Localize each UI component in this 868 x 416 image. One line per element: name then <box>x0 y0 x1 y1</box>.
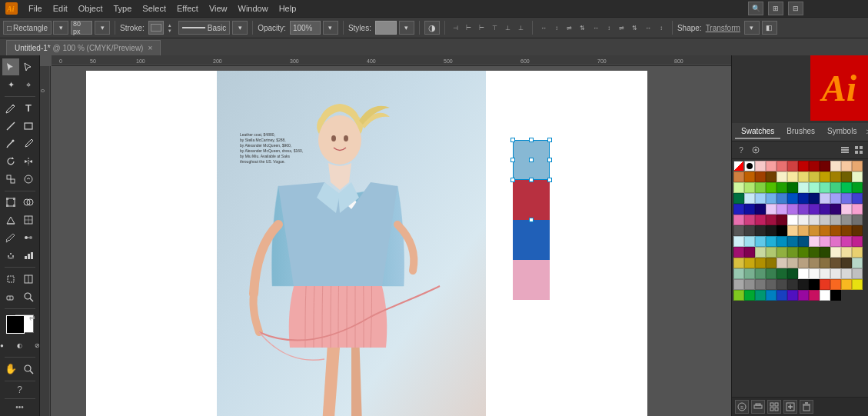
swatch[interactable] <box>733 182 744 193</box>
swatch[interactable] <box>798 204 809 215</box>
swatch[interactable] <box>830 247 841 258</box>
swatch[interactable] <box>744 215 755 225</box>
swatch[interactable] <box>809 268 820 279</box>
swatch[interactable] <box>766 236 777 247</box>
swatch[interactable] <box>766 247 777 258</box>
swatch[interactable] <box>809 290 820 301</box>
recolor-btn[interactable]: ◑ <box>424 21 440 35</box>
workspace-btn[interactable]: ⊞ <box>768 2 783 15</box>
swatch-show-kinds-btn[interactable]: s <box>735 400 749 414</box>
swatch[interactable] <box>777 171 787 182</box>
swatch[interactable] <box>830 268 841 279</box>
swatch[interactable] <box>733 171 744 182</box>
tab-close-btn[interactable]: × <box>148 45 152 52</box>
swatch[interactable] <box>820 161 830 171</box>
swatch[interactable] <box>766 182 777 193</box>
swatch[interactable] <box>820 247 830 258</box>
slice-tool[interactable] <box>20 271 37 288</box>
swatch[interactable] <box>841 171 852 182</box>
direct-selection-tool[interactable] <box>20 58 37 75</box>
swatch[interactable] <box>755 290 766 301</box>
swatch[interactable] <box>733 268 744 279</box>
dist-v-btn[interactable]: ↕ <box>550 22 563 34</box>
artboard-tool[interactable] <box>2 271 19 288</box>
swatch[interactable] <box>766 225 777 236</box>
swatch[interactable] <box>777 193 787 204</box>
swatch[interactable] <box>777 204 787 215</box>
tab-swatches[interactable]: Swatches <box>735 125 780 139</box>
swatch-none[interactable] <box>733 161 744 171</box>
swatch[interactable] <box>820 215 830 225</box>
swatch[interactable] <box>744 204 755 215</box>
swatch[interactable] <box>852 215 863 225</box>
swatch[interactable] <box>744 268 755 279</box>
dist-v2-btn[interactable]: ⇅ <box>577 22 589 34</box>
column-graph-tool[interactable] <box>20 247 37 264</box>
dist-v5-btn[interactable]: ↕ <box>655 22 667 34</box>
swatch[interactable] <box>733 215 744 225</box>
opacity-dropdown[interactable]: ▾ <box>323 21 338 35</box>
gradient-mode-btn[interactable]: ◐ <box>12 337 28 354</box>
swatch[interactable] <box>820 182 830 193</box>
shape-width-input[interactable]: 80 px <box>71 21 92 35</box>
swatch[interactable] <box>787 161 798 171</box>
swatch[interactable] <box>777 279 787 290</box>
swatch[interactable] <box>755 193 766 204</box>
swatch[interactable] <box>733 258 744 268</box>
swatch[interactable] <box>852 171 863 182</box>
panel-tab-more[interactable]: >> <box>863 128 868 136</box>
swatch[interactable] <box>820 225 830 236</box>
swatch[interactable] <box>841 236 852 247</box>
menu-object[interactable]: Object <box>73 2 108 15</box>
foreground-color-box[interactable] <box>6 315 25 334</box>
document-tab[interactable]: Untitled-1* @ 100 % (CMYK/Preview) × <box>6 40 161 55</box>
align-right-btn[interactable]: ⊢ <box>476 22 488 34</box>
swatch[interactable] <box>755 247 766 258</box>
width-options-btn[interactable]: ▾ <box>95 21 110 35</box>
dist-v4-btn[interactable]: ⇅ <box>629 22 641 34</box>
menu-file[interactable]: File <box>23 2 48 15</box>
swatch[interactable] <box>798 236 809 247</box>
swatch[interactable] <box>830 193 841 204</box>
swatch[interactable] <box>777 182 787 193</box>
swatch[interactable] <box>841 215 852 225</box>
opacity-input[interactable]: 100% <box>290 21 321 35</box>
swatch[interactable] <box>733 204 744 215</box>
style-swatch[interactable] <box>375 21 397 35</box>
swatch[interactable] <box>755 161 766 171</box>
eraser-tool[interactable] <box>2 288 19 305</box>
swatch[interactable] <box>798 193 809 204</box>
swatch[interactable] <box>755 171 766 182</box>
swatch[interactable] <box>841 182 852 193</box>
swatch[interactable] <box>830 279 841 290</box>
swatch[interactable] <box>820 193 830 204</box>
dist-h5-btn[interactable]: ↔ <box>642 22 654 34</box>
swatch[interactable] <box>809 215 820 225</box>
color-rect-blue-light[interactable] <box>513 140 550 180</box>
swatch[interactable] <box>755 279 766 290</box>
swatch[interactable] <box>766 279 777 290</box>
swatch[interactable] <box>841 225 852 236</box>
shape-selector[interactable]: □ Rectangle <box>3 21 52 35</box>
swatch[interactable] <box>852 247 863 258</box>
swatch[interactable] <box>830 215 841 225</box>
swatch[interactable] <box>798 247 809 258</box>
swatch[interactable] <box>809 225 820 236</box>
swatch[interactable] <box>841 268 852 279</box>
swatch[interactable] <box>787 225 798 236</box>
swatch[interactable] <box>744 258 755 268</box>
swatch[interactable] <box>841 204 852 215</box>
swatch[interactable] <box>766 171 777 182</box>
align-left-btn[interactable]: ⊣ <box>450 22 462 34</box>
swatch[interactable] <box>787 279 798 290</box>
swatch[interactable] <box>755 236 766 247</box>
arrange-btn[interactable]: ⊟ <box>788 2 803 15</box>
swatch[interactable] <box>733 290 744 301</box>
swatch[interactable] <box>830 182 841 193</box>
swatch-new-color-group-btn[interactable] <box>767 400 781 414</box>
swatch[interactable] <box>852 161 863 171</box>
swatch[interactable] <box>766 161 777 171</box>
color-rect-red[interactable] <box>513 180 550 220</box>
swatch[interactable] <box>733 225 744 236</box>
swatch[interactable] <box>755 225 766 236</box>
